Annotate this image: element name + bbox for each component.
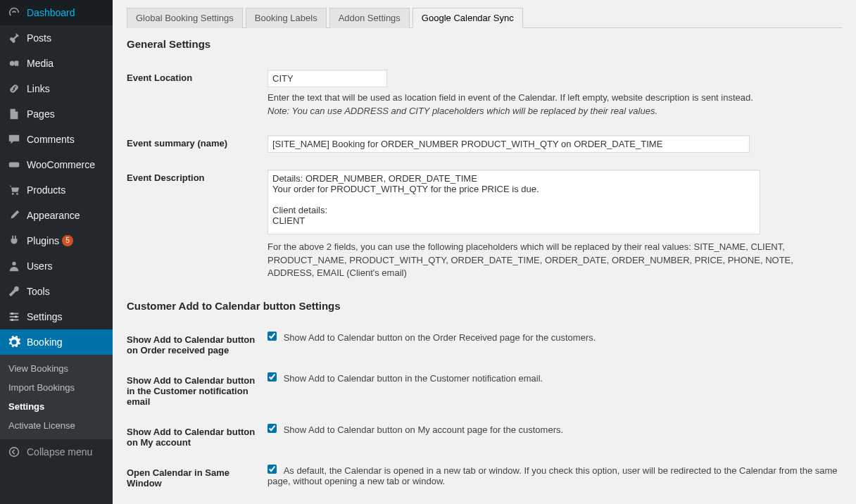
sidebar-item-settings[interactable]: Settings xyxy=(0,304,113,329)
sliders-icon xyxy=(7,310,21,324)
submenu-activate-license[interactable]: Activate License xyxy=(0,416,113,435)
svg-point-4 xyxy=(12,262,15,265)
tab-google-calendar-sync[interactable]: Google Calendar Sync xyxy=(413,8,523,28)
dashboard-icon xyxy=(7,6,21,20)
gear-icon xyxy=(7,335,21,349)
main-content: Global Booking Settings Booking Labels A… xyxy=(113,0,856,504)
svg-point-5 xyxy=(11,313,14,315)
sidebar-label: Dashboard xyxy=(27,7,75,18)
sidebar-label: Booking xyxy=(27,336,63,348)
sidebar-item-pages[interactable]: Pages xyxy=(0,101,113,127)
sidebar-item-appearance[interactable]: Appearance xyxy=(0,203,113,228)
cart-icon xyxy=(7,183,21,197)
submenu-view-bookings[interactable]: View Bookings xyxy=(0,359,113,378)
wrench-icon xyxy=(7,284,21,298)
brush-icon xyxy=(7,208,21,222)
sidebar-item-comments[interactable]: Comments xyxy=(0,127,113,152)
sidebar-item-dashboard[interactable]: Dashboard xyxy=(0,0,113,25)
sidebar-label: WooCommerce xyxy=(27,159,95,170)
pin-icon xyxy=(7,31,21,45)
svg-point-6 xyxy=(15,315,18,318)
label-show-myaccount: Show Add to Calendar button on My accoun… xyxy=(127,417,268,458)
textarea-event-description[interactable]: Details: ORDER_NUMBER, ORDER_DATE_TIME Y… xyxy=(268,170,760,234)
help-text: Enter the text that will be used as loca… xyxy=(268,92,753,103)
sidebar-label: Users xyxy=(27,260,53,272)
booking-submenu: View Bookings Import Bookings Settings A… xyxy=(0,355,113,439)
label-show-email: Show Add to Calendar button in the Custo… xyxy=(127,365,268,417)
woo-icon xyxy=(7,158,21,172)
svg-rect-1 xyxy=(9,162,19,167)
sidebar-label: Settings xyxy=(27,311,63,322)
sidebar-label: Links xyxy=(27,83,50,94)
sidebar-item-links[interactable]: Links xyxy=(0,76,113,101)
section-general-settings: General Settings xyxy=(127,38,842,50)
tab-booking-labels[interactable]: Booking Labels xyxy=(246,8,327,28)
plugins-update-badge: 5 xyxy=(62,235,73,246)
sidebar-item-plugins[interactable]: Plugins 5 xyxy=(0,228,113,253)
sidebar-item-posts[interactable]: Posts xyxy=(0,25,113,51)
section-customer-settings: Customer Add to Calendar button Settings xyxy=(127,300,842,312)
page-icon xyxy=(7,107,21,121)
label-show-order-received: Show Add to Calendar button on Order rec… xyxy=(127,325,268,365)
media-icon xyxy=(7,56,21,70)
collapse-label: Collapse menu xyxy=(27,446,92,458)
comment-icon xyxy=(7,132,21,146)
sidebar-label: Media xyxy=(27,58,54,69)
sidebar-label: Comments xyxy=(27,134,75,145)
settings-tabs: Global Booking Settings Booking Labels A… xyxy=(127,7,842,28)
sidebar-item-tools[interactable]: Tools xyxy=(0,279,113,304)
label-event-location: Event Location xyxy=(127,63,268,128)
sidebar-label: Posts xyxy=(27,32,51,44)
submenu-settings[interactable]: Settings xyxy=(0,397,113,416)
input-event-summary[interactable] xyxy=(268,135,750,153)
sidebar-item-users[interactable]: Users xyxy=(0,253,113,279)
customer-settings-table: Show Add to Calendar button on Order rec… xyxy=(127,325,842,498)
svg-point-3 xyxy=(16,193,18,195)
help-event-description: For the above 2 fields, you can use the … xyxy=(268,241,842,281)
link-icon xyxy=(7,82,21,96)
help-event-location: Enter the text that will be used as loca… xyxy=(268,92,842,118)
desc-show-myaccount: Show Add to Calendar button on My accoun… xyxy=(284,424,563,435)
general-settings-table: Event Location Enter the text that will … xyxy=(127,63,842,290)
sidebar-label: Products xyxy=(27,184,65,196)
label-open-same-window: Open Calendar in Same Window xyxy=(127,458,268,498)
label-event-summary: Event summary (name) xyxy=(127,128,268,163)
checkbox-show-myaccount[interactable] xyxy=(268,424,277,433)
plugin-icon xyxy=(7,234,21,248)
sidebar-label: Tools xyxy=(27,286,50,297)
input-event-location[interactable] xyxy=(268,70,387,87)
svg-point-7 xyxy=(11,319,14,322)
help-note: Note: You can use ADDRESS and CITY place… xyxy=(268,106,657,116)
checkbox-show-email[interactable] xyxy=(268,372,277,382)
svg-point-0 xyxy=(10,61,15,65)
collapse-menu[interactable]: Collapse menu xyxy=(0,439,113,465)
desc-show-order-received: Show Add to Calendar button on the Order… xyxy=(284,332,596,343)
tab-global-booking[interactable]: Global Booking Settings xyxy=(127,8,243,28)
user-icon xyxy=(7,259,21,273)
sidebar-item-woocommerce[interactable]: WooCommerce xyxy=(0,152,113,177)
checkbox-show-order-received[interactable] xyxy=(268,332,277,341)
sidebar-label: Plugins xyxy=(27,235,59,246)
sidebar-label: Appearance xyxy=(27,210,80,221)
checkbox-open-same-window[interactable] xyxy=(268,465,277,474)
sidebar-item-products[interactable]: Products xyxy=(0,177,113,203)
desc-open-same-window: As default, the Calendar is opened in a … xyxy=(268,465,838,486)
admin-sidebar: Dashboard Posts Media Links Pages Commen… xyxy=(0,0,113,504)
tab-addon-settings[interactable]: Addon Settings xyxy=(329,8,410,28)
label-event-description: Event Description xyxy=(127,163,268,291)
collapse-icon xyxy=(7,445,21,459)
submenu-import-bookings[interactable]: Import Bookings xyxy=(0,378,113,397)
sidebar-label: Pages xyxy=(27,108,55,120)
sidebar-item-media[interactable]: Media xyxy=(0,51,113,76)
sidebar-item-booking[interactable]: Booking xyxy=(0,329,113,355)
desc-show-email: Show Add to Calendar button in the Custo… xyxy=(284,373,543,384)
svg-point-8 xyxy=(10,448,19,457)
svg-point-2 xyxy=(12,193,14,195)
